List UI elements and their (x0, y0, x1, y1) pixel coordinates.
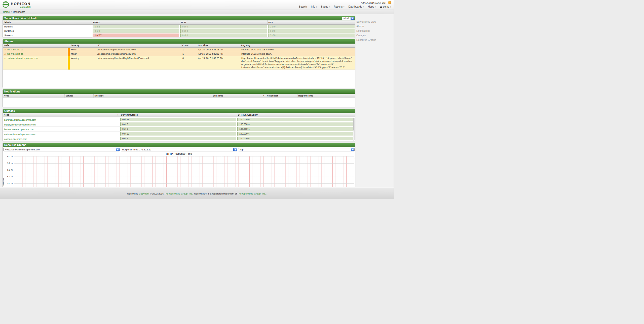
availability-cell[interactable]: 100.000% (237, 132, 355, 136)
quick-links-sidebar: Surveillance View Alarms Notifications O… (356, 20, 392, 43)
status-cell[interactable]: 0 of 0 (268, 29, 355, 33)
status-cell[interactable]: 0 of 0 (180, 34, 267, 37)
sidebar-link-surveillance-view[interactable]: Surveillance View (356, 20, 392, 23)
current-outages-cell[interactable]: 0 of 3 (120, 122, 236, 126)
footer-copyright-link[interactable]: Copyright (139, 192, 149, 195)
current-outages-cell[interactable]: 0 of 7 (120, 137, 236, 140)
alarm-node-link[interactable]: twc-rr-nc-2-la-ca (7, 53, 23, 55)
outages-scrollbar[interactable] (353, 118, 355, 141)
opennms-horizon-logo[interactable]: HORIZON openNMS (2, 1, 31, 9)
severity-indicator (68, 48, 70, 52)
sidebar-link-outages[interactable]: Outages (356, 34, 392, 37)
availability-cell[interactable]: 100.000% (237, 122, 355, 126)
nav-reports[interactable]: Reports (334, 5, 345, 8)
sidebar-link-notifications[interactable]: Notifications (356, 29, 392, 32)
category-label: Servers (3, 33, 92, 37)
sidebar-link-alarms[interactable]: Alarms (356, 25, 392, 28)
y-axis-tick: 5.9 m (3, 162, 13, 165)
current-outages-cell[interactable]: 0 of 5 (120, 127, 236, 131)
table-row: Servers 1 of 17 0 of 0 0 of 0 (3, 33, 355, 37)
outages-title: Outages (4, 109, 15, 112)
column-header-label: Sent Time (213, 94, 223, 97)
sidebar-link-resource-graphs[interactable]: Resource Graphs (356, 39, 392, 41)
alarms-table: Node Severity UEI Count Last Time Log Ms… (3, 44, 355, 70)
alarm-row: ⚠twc-rr-nc-2-la-ca Minor uei.opennms.org… (3, 52, 355, 56)
outage-node-link[interactable]: connect.opennms.com (4, 138, 27, 140)
column-header-current-outages: Current Outages (120, 113, 237, 117)
notifications-table: Node Service Message Sent Time Responder… (3, 94, 355, 98)
sort-desc-icon[interactable] (263, 94, 265, 96)
alarm-row: ⚠cartman.internal.opennms.com Warning ue… (3, 56, 355, 70)
table-row: Routers 0 of 8 0 of 0 0 of 0 (3, 24, 355, 29)
top-nav: Search Info Status Reports Dashboards Ma… (299, 5, 391, 8)
node-select[interactable]: Node: kenny.internal.opennms.com (3, 148, 120, 151)
footer-group-link[interactable]: The OpenNMS Group, Inc. (237, 192, 266, 195)
breadcrumb-current: Dashboard (13, 11, 25, 13)
current-outages-cell[interactable]: 0 of 11 (120, 118, 236, 121)
outage-node-link[interactable]: cartman.internal.opennms.com (4, 133, 35, 136)
outage-node-link[interactable]: barbrady.internal.opennms.com (4, 119, 36, 121)
app-header: HORIZON openNMS Apr 17, 2016 11:57 EDT S… (0, 0, 394, 10)
select-arrows-icon (351, 148, 355, 151)
y-axis-tick: 5.8 m (3, 169, 13, 171)
nav-dashboards[interactable]: Dashboards (349, 5, 364, 8)
severity-indicator (68, 52, 70, 56)
notifications-title: Notifications (4, 90, 20, 93)
breadcrumb-home-link[interactable]: Home (3, 11, 10, 13)
current-outages-cell[interactable]: 0 of 20 (120, 132, 236, 136)
footer-group-link[interactable]: The OpenNMS Group, Inc. (164, 192, 193, 195)
surveillance-panel-header: Surveillance view: default default (3, 16, 355, 20)
severity-indicator (68, 56, 70, 70)
nav-maps[interactable]: Maps (368, 5, 376, 8)
chevron-down-icon (343, 5, 345, 8)
alarm-count: 1 (181, 48, 197, 52)
resource-select[interactable]: Response Time: 172.20.1.12 (121, 148, 237, 151)
status-cell[interactable]: 0 of 0 (180, 29, 267, 33)
sort-asc-icon[interactable] (117, 114, 119, 116)
app-footer: OpenNMS Copyright © 2002-2016 The OpenNM… (0, 188, 394, 199)
outages-panel: Outages Node Current Outages 24 Hour Ava… (3, 109, 355, 142)
outages-table: Node Current Outages 24 Hour Availabilit… (3, 113, 355, 141)
nav-label: demo (383, 5, 389, 8)
nav-status[interactable]: Status (321, 5, 330, 8)
column-header-label: Node (4, 114, 9, 116)
column-header-default: default (3, 20, 92, 24)
alarm-severity: Minor (70, 52, 96, 56)
surveillance-view-select[interactable]: default (342, 17, 354, 20)
alarm-log-msg: Interface 24.43.181.105 is down. (240, 48, 355, 52)
category-label: Switches (3, 29, 92, 33)
resource-graphs-title: Resource Graphs (4, 143, 26, 146)
availability-cell[interactable]: 100.000% (237, 118, 355, 121)
chevron-down-icon (362, 5, 364, 8)
alarm-last-time: Apr 16, 2016 4:35:05 PM (197, 48, 240, 52)
graph-type-select[interactable]: http (238, 148, 355, 151)
outage-node-link[interactable]: butters.internal.opennms.com (4, 128, 34, 131)
alarm-row: ⚠twc-rr-nc-2-la-ca Minor uei.opennms.org… (3, 48, 355, 52)
status-cell[interactable]: 0 of 0 (268, 25, 355, 28)
status-cell[interactable]: 0 of 0 (268, 34, 355, 37)
status-cell[interactable]: 0 of 0 (180, 25, 267, 28)
resource-graphs-panel: Resource Graphs Node: kenny.internal.ope… (3, 143, 355, 187)
scrollbar-thumb[interactable] (353, 118, 354, 131)
status-cell[interactable]: 0 of 8 (93, 25, 179, 28)
alarm-node-link[interactable]: cartman.internal.opennms.com (7, 57, 38, 59)
status-cell-critical[interactable]: 1 of 17 (93, 34, 179, 37)
alarms-title: Alarms (4, 40, 13, 43)
alarm-count: 1 (181, 52, 197, 56)
availability-cell[interactable]: 100.000% (237, 127, 355, 131)
status-cell[interactable]: 0 of 1 (93, 29, 179, 33)
alarms-panel-header: Alarms (3, 39, 355, 44)
outage-node-link[interactable]: biggayal.internal.opennms.com (4, 123, 36, 126)
alarm-last-time: Apr 15, 2016 1:42:25 PM (197, 56, 240, 70)
nav-search[interactable]: Search (299, 5, 307, 8)
nav-label: Reports (334, 5, 343, 8)
nav-info[interactable]: Info (311, 5, 317, 8)
nav-label: Maps (368, 5, 374, 8)
chart-title: HTTP Response Time (3, 152, 355, 155)
notice-status-icon[interactable] (388, 1, 391, 4)
availability-cell[interactable]: 100.000% (237, 137, 355, 140)
alarm-node-link[interactable]: twc-rr-nc-2-la-ca (7, 48, 23, 51)
nav-user-menu[interactable]: demo (380, 5, 391, 8)
alarm-uei: uei.opennms.org/nodes/interfaceDown (96, 52, 181, 56)
nav-label: Info (311, 5, 315, 8)
